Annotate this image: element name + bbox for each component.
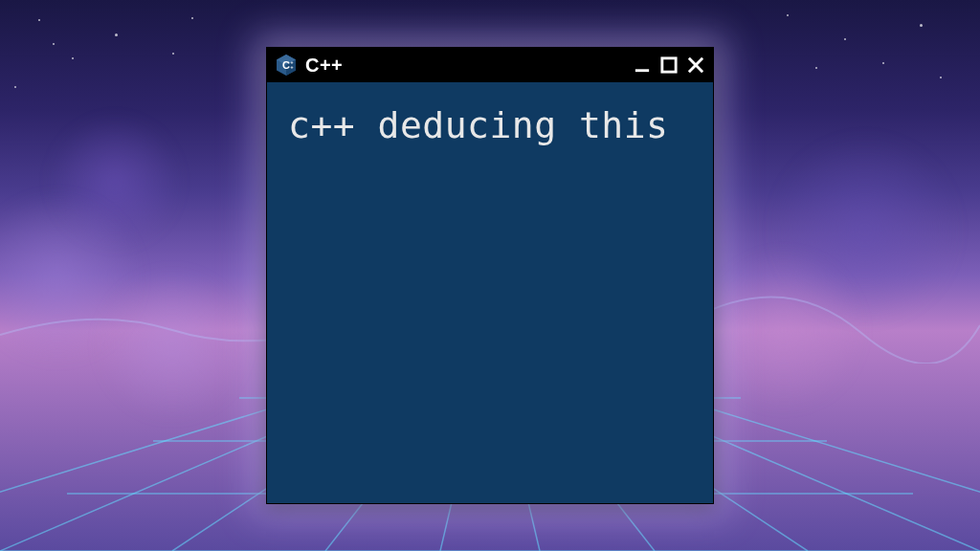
bokeh-light bbox=[96, 268, 249, 421]
svg-text:C: C bbox=[282, 59, 290, 71]
svg-rect-22 bbox=[662, 58, 676, 72]
bokeh-light bbox=[702, 249, 865, 411]
terminal-body[interactable]: c++ deducing this bbox=[267, 82, 713, 503]
close-button[interactable] bbox=[686, 55, 705, 75]
maximize-button[interactable] bbox=[659, 55, 679, 75]
titlebar[interactable]: C + + C++ bbox=[267, 48, 713, 82]
window-controls bbox=[633, 55, 705, 75]
svg-text:+: + bbox=[291, 64, 294, 70]
terminal-window: C + + C++ c++ deducing this bbox=[266, 47, 714, 504]
window-title: C++ bbox=[305, 55, 625, 77]
bokeh-light bbox=[48, 115, 182, 249]
terminal-output: c++ deducing this bbox=[288, 103, 692, 149]
minimize-button[interactable] bbox=[633, 55, 652, 75]
cpp-icon: C + + bbox=[275, 54, 298, 77]
bokeh-light bbox=[769, 134, 961, 325]
bokeh-light bbox=[0, 191, 144, 364]
